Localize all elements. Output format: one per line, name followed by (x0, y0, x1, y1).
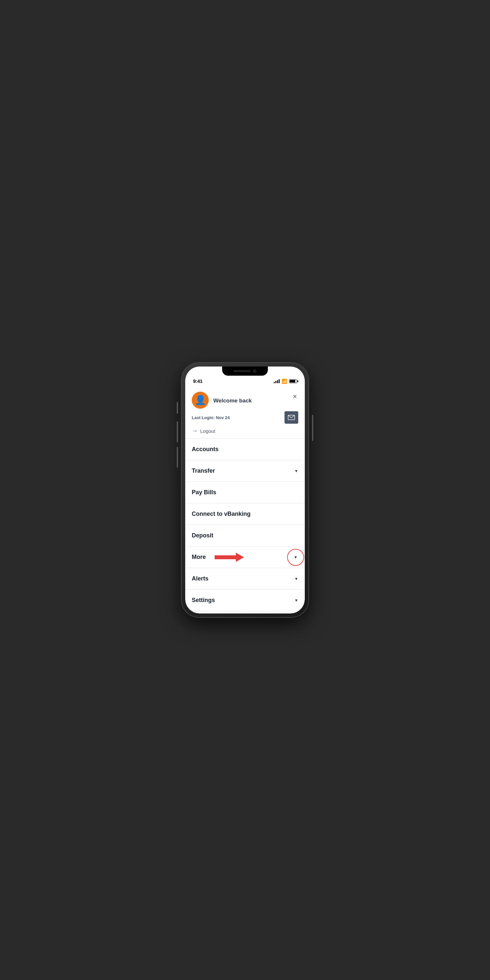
nav-alerts-label: Alerts (192, 575, 208, 582)
alerts-chevron-icon: ▼ (294, 577, 298, 581)
logout-icon: → (192, 428, 197, 434)
annotation-circle: ▼ (287, 549, 304, 566)
nav-more[interactable]: More ▼ (185, 547, 305, 568)
close-button[interactable]: × (291, 392, 298, 401)
avatar: 👤 (192, 392, 209, 409)
settings-chevron-icon: ▼ (294, 598, 298, 603)
nav-transfer[interactable]: Transfer ▼ (185, 460, 305, 482)
status-time: 9:41 (193, 378, 202, 384)
nav-faq[interactable]: FAQ (185, 611, 305, 614)
nav-vbanking[interactable]: Connect to vBanking (185, 503, 305, 525)
nav-accounts[interactable]: Accounts (185, 439, 305, 460)
nav-accounts-label: Accounts (192, 446, 218, 453)
nav-pay-bills-label: Pay Bills (192, 489, 216, 496)
more-chevron-icon: ▼ (294, 555, 298, 560)
user-info: 👤 Welcome back (192, 392, 252, 409)
status-icons: 📶 (274, 379, 297, 384)
phone-frame: 9:41 📶 (181, 363, 309, 617)
annotation-arrow (215, 552, 244, 563)
mail-button[interactable] (285, 411, 298, 424)
notch (222, 366, 268, 375)
nav-pay-bills[interactable]: Pay Bills (185, 482, 305, 503)
svg-marker-1 (215, 553, 244, 562)
nav-alerts[interactable]: Alerts ▼ (185, 568, 305, 590)
welcome-text: Welcome back (213, 396, 252, 404)
nav-vbanking-label: Connect to vBanking (192, 511, 251, 517)
signal-icon (274, 379, 280, 383)
last-login-text: Last Login: Nov 24 (192, 415, 230, 420)
app-content: 👤 Welcome back × Last Login: Nov 24 (185, 387, 305, 614)
nav-deposit-label: Deposit (192, 532, 213, 539)
logout-text: Logout (200, 428, 215, 434)
nav-settings[interactable]: Settings ▼ (185, 590, 305, 611)
battery-icon (289, 379, 297, 383)
user-icon: 👤 (195, 396, 206, 405)
mail-icon (288, 415, 295, 420)
nav-more-label: More (192, 554, 206, 560)
logout-row[interactable]: → Logout (192, 428, 298, 434)
nav-settings-label: Settings (192, 597, 215, 604)
nav-deposit[interactable]: Deposit (185, 525, 305, 547)
wifi-icon: 📶 (282, 379, 287, 384)
header-section: 👤 Welcome back × Last Login: Nov 24 (185, 387, 305, 439)
transfer-chevron-icon: ▼ (294, 469, 298, 473)
nav-transfer-label: Transfer (192, 468, 215, 474)
